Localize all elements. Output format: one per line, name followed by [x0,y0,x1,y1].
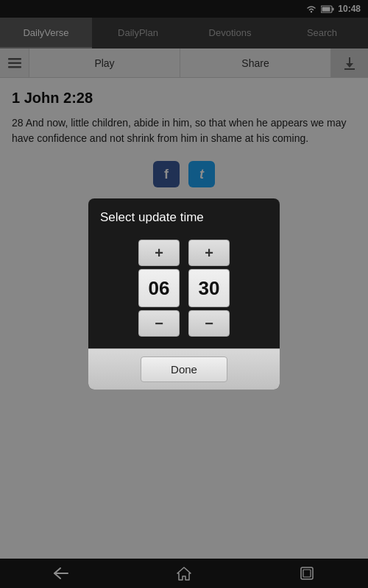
minute-value: 30 [188,269,230,307]
dialog-body: + 06 − + 30 − [88,234,280,348]
minute-picker: + 30 − [188,240,230,337]
minute-increment-button[interactable]: + [188,240,230,266]
time-picker-dialog: Select update time + 06 − + 30 − [88,198,280,390]
hour-picker: + 06 − [138,240,180,337]
hour-increment-button[interactable]: + [138,240,180,266]
dialog-title: Select update time [88,198,280,234]
hour-value: 06 [138,269,180,307]
done-button[interactable]: Done [141,356,227,382]
dialog-overlay: Select update time + 06 − + 30 − [0,0,368,588]
dialog-footer: Done [88,348,280,390]
minute-decrement-button[interactable]: − [188,310,230,337]
hour-decrement-button[interactable]: − [138,310,180,337]
